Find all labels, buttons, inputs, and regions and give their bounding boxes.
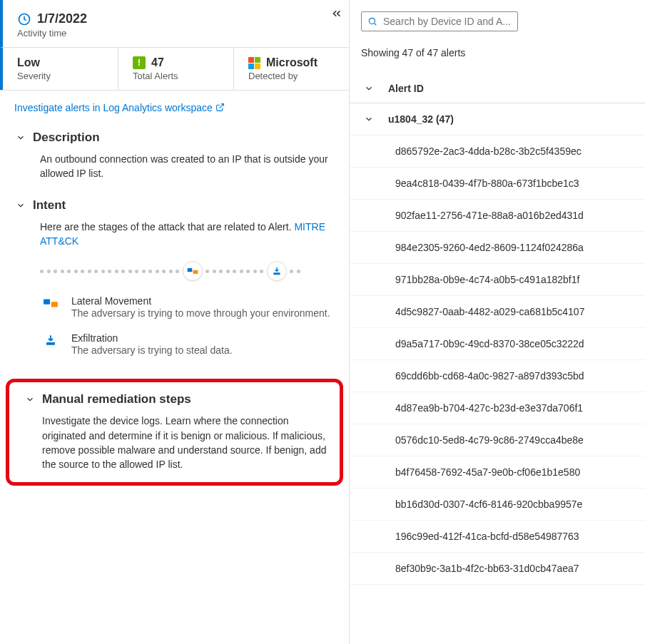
alert-row[interactable]: 196c99ed-412f-41ca-bcfd-d58e54987763 bbox=[350, 521, 645, 553]
alert-row[interactable]: 8ef30b9c-3a1b-4f2c-bb63-31d0cb47aea7 bbox=[350, 553, 645, 585]
severity-value: Low bbox=[17, 56, 103, 69]
intent-item-title: Lateral Movement bbox=[71, 295, 330, 307]
stats-row: Low Severity 47 Total Alerts Microsoft D… bbox=[0, 48, 349, 91]
activity-date: 1/7/2022 bbox=[37, 11, 87, 26]
search-icon bbox=[367, 16, 377, 26]
description-section: Description An outbound connection was c… bbox=[0, 125, 349, 193]
chevron-down-icon bbox=[16, 200, 26, 210]
alert-row[interactable]: 69cdd6bb-cd68-4a0c-9827-a897d393c5bd bbox=[350, 360, 645, 392]
svg-rect-4 bbox=[273, 273, 280, 275]
search-input[interactable] bbox=[383, 16, 512, 27]
alert-row[interactable]: 4d5c9827-0aab-4482-a029-ca681b5c4107 bbox=[350, 296, 645, 328]
alerts-value: 47 bbox=[151, 56, 164, 69]
detected-by-cell: Microsoft Detected by bbox=[234, 48, 349, 90]
alert-row[interactable]: d9a5a717-0b9c-49cd-8370-38ce05c3222d bbox=[350, 328, 645, 360]
lateral-movement-stage-icon bbox=[183, 261, 203, 281]
chevron-down-icon bbox=[25, 394, 35, 404]
alert-row[interactable]: 902fae11-2756-471e-88a8-a016b2ed431d bbox=[350, 200, 645, 232]
detected-label: Detected by bbox=[248, 71, 335, 81]
microsoft-logo-icon bbox=[248, 57, 260, 69]
svg-rect-6 bbox=[51, 302, 58, 307]
svg-point-8 bbox=[369, 18, 375, 24]
column-header-text: Alert ID bbox=[388, 83, 424, 94]
alert-row[interactable]: 9ea4c818-0439-4f7b-880a-673f1bcbe1c3 bbox=[350, 168, 645, 200]
alert-group-label: u1804_32 (47) bbox=[388, 113, 454, 125]
alert-row[interactable]: 4d87ea9b-b704-427c-b23d-e3e37da706f1 bbox=[350, 392, 645, 424]
clock-icon bbox=[17, 12, 31, 26]
description-title: Description bbox=[33, 131, 100, 145]
detected-value: Microsoft bbox=[266, 56, 318, 69]
description-toggle[interactable]: Description bbox=[16, 131, 335, 145]
intent-section: Intent Here are the stages of the attack… bbox=[0, 193, 349, 372]
remediation-highlight: Manual remediation steps Investigate the… bbox=[6, 379, 343, 485]
alert-group-row[interactable]: u1804_32 (47) bbox=[350, 103, 645, 136]
exfiltration-icon bbox=[44, 334, 57, 347]
activity-date-label: Activity time bbox=[17, 28, 335, 39]
chevron-down-icon bbox=[16, 133, 26, 143]
external-link-icon bbox=[215, 103, 225, 112]
severity-cell: Low Severity bbox=[0, 48, 118, 90]
search-box[interactable] bbox=[361, 11, 518, 31]
attack-timeline bbox=[23, 248, 335, 287]
severity-label: Severity bbox=[17, 71, 103, 81]
investigate-link-text: Investigate alerts in Log Analytics work… bbox=[14, 102, 213, 113]
alert-row[interactable]: d865792e-2ac3-4dda-b28c-3b2c5f4359ec bbox=[350, 136, 645, 168]
svg-rect-7 bbox=[46, 342, 55, 345]
intent-item-desc: The adversary is trying to steal data. bbox=[71, 344, 233, 358]
intent-body: Here are the stages of the attack that a… bbox=[23, 213, 335, 249]
svg-rect-3 bbox=[193, 270, 198, 274]
showing-count: Showing 47 of 47 alerts bbox=[350, 37, 645, 66]
exfiltration-stage-icon bbox=[267, 261, 287, 281]
lateral-movement-icon bbox=[43, 297, 59, 310]
intent-item-title: Exfiltration bbox=[71, 332, 233, 344]
alert-row[interactable]: 984e2305-9260-4ed2-8609-1124f024286a bbox=[350, 232, 645, 264]
chevrons-left-icon bbox=[330, 7, 343, 20]
total-alerts-cell: 47 Total Alerts bbox=[118, 48, 234, 90]
intent-title: Intent bbox=[33, 198, 66, 213]
activity-time-card: 1/7/2022 Activity time bbox=[0, 0, 349, 48]
svg-rect-2 bbox=[187, 268, 192, 272]
alerts-label: Total Alerts bbox=[133, 71, 219, 81]
investigate-link[interactable]: Investigate alerts in Log Analytics work… bbox=[14, 102, 225, 113]
alert-badge-icon bbox=[133, 56, 146, 69]
collapse-panel-button[interactable] bbox=[330, 7, 343, 24]
remediation-toggle[interactable]: Manual remediation steps bbox=[25, 392, 331, 407]
svg-line-1 bbox=[219, 104, 223, 108]
svg-rect-5 bbox=[44, 300, 50, 305]
intent-item-exfiltration: Exfiltration The adversary is trying to … bbox=[23, 324, 335, 361]
details-panel: 1/7/2022 Activity time Low Severity 47 T… bbox=[0, 0, 350, 644]
alert-id-column-header[interactable]: Alert ID bbox=[350, 66, 645, 103]
svg-line-9 bbox=[375, 24, 377, 26]
chevron-down-icon bbox=[364, 114, 374, 124]
intent-item-lateral-movement: Lateral Movement The adversary is trying… bbox=[23, 287, 335, 324]
alert-row[interactable]: 0576dc10-5ed8-4c79-9c86-2749cca4be8e bbox=[350, 424, 645, 456]
alerts-list: u1804_32 (47) d865792e-2ac3-4dda-b28c-3b… bbox=[350, 103, 645, 644]
intent-toggle[interactable]: Intent bbox=[16, 198, 335, 213]
alerts-panel: Showing 47 of 47 alerts Alert ID u1804_3… bbox=[350, 0, 645, 644]
alert-row[interactable]: b4f76458-7692-45a7-9e0b-cf06e1b1e580 bbox=[350, 456, 645, 489]
remediation-body: Investigate the device logs. Learn where… bbox=[25, 407, 331, 471]
intent-item-desc: The adversary is trying to move through … bbox=[71, 307, 330, 321]
chevron-down-icon bbox=[364, 83, 374, 93]
remediation-title: Manual remediation steps bbox=[42, 392, 191, 407]
alert-row[interactable]: bb16d30d-0307-4cf6-8146-920cbba9957e bbox=[350, 489, 645, 521]
description-body: An outbound connection was created to an… bbox=[23, 145, 335, 181]
alert-row[interactable]: 971bb28a-0b9e-4c74-a0b5-c491a182bf1f bbox=[350, 264, 645, 296]
